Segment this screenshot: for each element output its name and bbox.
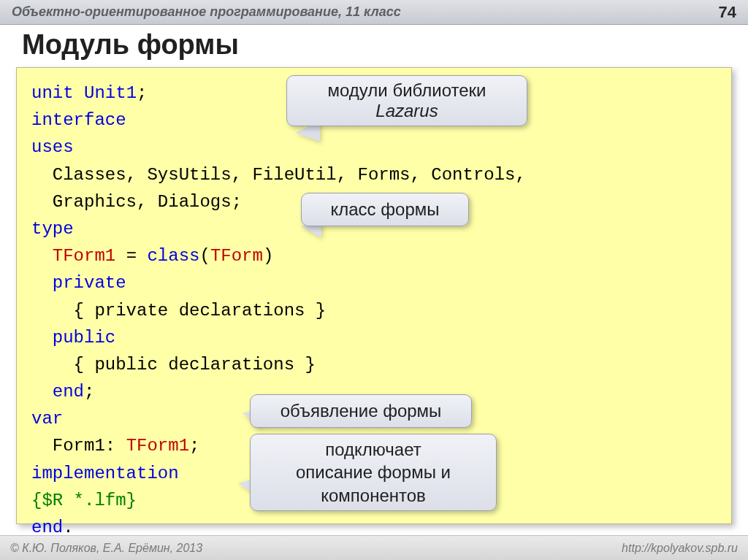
indent: [31, 273, 53, 293]
kw-implementation: implementation: [31, 464, 179, 483]
period: .: [63, 518, 73, 537]
eq: =: [115, 246, 147, 266]
semicolon: ;: [84, 382, 94, 402]
callout-text: модули библиотеки: [328, 80, 486, 101]
paren-open: (: [199, 246, 210, 266]
var-form1: Form1:: [31, 436, 126, 456]
callout-form-class: класс формы: [301, 193, 469, 226]
slide-title: Модуль формы: [22, 29, 239, 61]
indent: [31, 246, 53, 266]
type-tform: TForm: [210, 246, 263, 266]
kw-end-2: end: [31, 518, 63, 537]
callout-text: подключает: [325, 438, 421, 461]
comment-private: { private declarations }: [31, 301, 326, 321]
callout-text: класс формы: [331, 199, 440, 220]
type-tform1: TForm1: [53, 246, 115, 266]
kw-unit: unit: [31, 83, 84, 103]
slide: Объектно-ориентированное программировани…: [0, 0, 748, 560]
kw-interface: interface: [31, 110, 126, 130]
callout-lfm-include: подключает описание формы и компонентов: [250, 434, 497, 511]
footer-copyright: © К.Ю. Поляков, Е.А. Ерёмин, 2013: [10, 542, 202, 555]
header-bar: Объектно-ориентированное программировани…: [0, 0, 748, 25]
callout-text: объявление формы: [280, 401, 442, 421]
kw-end: end: [53, 382, 84, 402]
id-unit1: Unit1: [84, 83, 137, 103]
kw-var: var: [31, 409, 63, 429]
footer-url: http://kpolyakov.spb.ru: [622, 542, 738, 555]
page-number: 74: [719, 3, 736, 22]
kw-public: public: [53, 328, 115, 348]
kw-type: type: [31, 219, 74, 239]
paren-close: ): [263, 246, 273, 266]
type-tform1-2: TForm1: [126, 436, 189, 456]
semicolon: ;: [189, 436, 199, 456]
footer-bar: © К.Ю. Поляков, Е.А. Ерёмин, 2013 http:/…: [0, 535, 748, 560]
callout-text: компонентов: [321, 484, 426, 507]
semicolon: ;: [137, 83, 147, 103]
kw-private: private: [53, 273, 126, 293]
callout-text: описание формы и: [296, 461, 451, 483]
indent: [31, 328, 53, 348]
indent: [31, 382, 53, 402]
callout-text-italic: Lazarus: [375, 101, 438, 121]
kw-class: class: [147, 246, 199, 266]
uses-list-2: Graphics, Dialogs;: [31, 192, 242, 212]
callout-form-declaration: объявление формы: [250, 394, 472, 428]
header-title: Объектно-ориентированное программировани…: [12, 4, 401, 20]
comment-public: { public declarations }: [31, 355, 316, 375]
callout-lazarus-modules: модули библиотеки Lazarus: [286, 75, 527, 126]
uses-list-1: Classes, SysUtils, FileUtil, Forms, Cont…: [31, 165, 526, 185]
kw-uses: uses: [31, 137, 74, 157]
directive-r-lfm: {$R *.lfm}: [31, 491, 137, 510]
